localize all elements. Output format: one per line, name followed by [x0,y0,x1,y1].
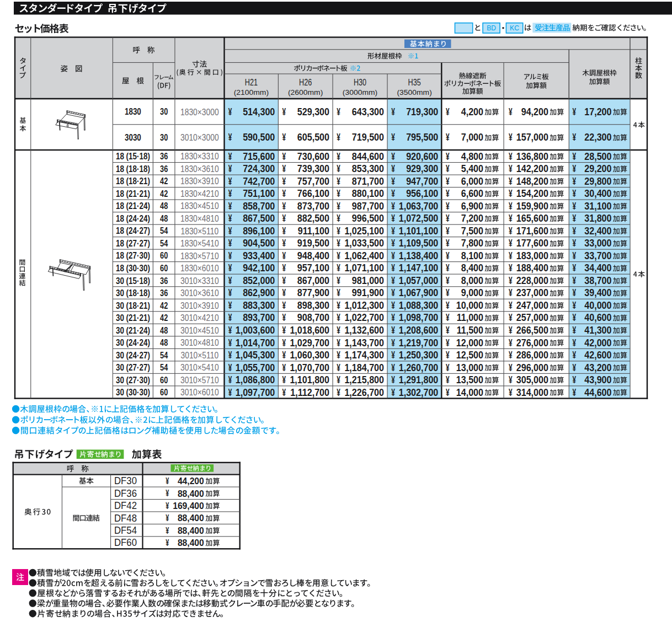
svg-text:(2600mm): (2600mm) [288,88,323,96]
svg-text:¥: ¥ [391,188,395,199]
svg-text:¥: ¥ [337,132,340,143]
svg-text:257,000: 257,000 [516,312,548,323]
svg-text:33,000: 33,000 [584,237,611,249]
svg-text:1830×3000: 1830×3000 [180,107,219,117]
svg-text:177,600: 177,600 [516,237,548,249]
svg-text:¥: ¥ [509,362,513,373]
svg-text:1,302,700: 1,302,700 [399,387,439,398]
svg-text:¥: ¥ [282,238,286,249]
svg-text:18 (30·30): 18 (30·30) [116,264,150,273]
svg-text:60: 60 [160,375,168,385]
svg-text:40,600: 40,600 [584,312,611,323]
svg-text:H26: H26 [299,78,312,88]
svg-text:¥: ¥ [391,213,395,224]
svg-text:858,700: 858,700 [243,200,275,212]
svg-text:991,900: 991,900 [352,287,384,298]
svg-text:1,143,700: 1,143,700 [344,337,384,348]
svg-text:¥: ¥ [391,175,395,186]
svg-text:908,700: 908,700 [297,312,329,323]
svg-text:40,000: 40,000 [584,299,611,311]
svg-text:¥: ¥ [337,362,340,373]
svg-text:44,200: 44,200 [178,476,204,486]
svg-text:88,400: 88,400 [178,513,204,523]
svg-text:¥: ¥ [337,106,340,117]
svg-text:¥: ¥ [391,299,395,310]
svg-text:¥: ¥ [446,175,450,186]
svg-text:¥: ¥ [391,324,395,335]
svg-text:1,098,700: 1,098,700 [399,312,439,323]
svg-text:933,400: 933,400 [243,250,275,261]
svg-text:1,291,800: 1,291,800 [399,374,439,385]
svg-text:KC: KC [510,23,519,32]
svg-text:904,500: 904,500 [243,237,275,249]
svg-text:305,000: 305,000 [516,374,548,385]
svg-text:¥: ¥ [446,299,450,310]
svg-text:¥: ¥ [572,299,576,310]
svg-text:3010×5110: 3010×5110 [181,350,219,360]
svg-text:¥: ¥ [509,225,513,236]
svg-text:957,100: 957,100 [297,262,329,274]
svg-text:¥: ¥ [446,387,450,398]
svg-text:36: 36 [160,152,168,162]
svg-text:514,300: 514,300 [243,106,275,117]
svg-text:12,000: 12,000 [456,337,483,348]
svg-text:11,500: 11,500 [457,324,483,336]
svg-text:¥: ¥ [509,349,513,360]
svg-text:4,800: 4,800 [461,151,483,162]
svg-text:6,000: 6,000 [461,175,483,187]
svg-text:¥: ¥ [509,175,513,186]
svg-text:1,184,700: 1,184,700 [344,362,384,373]
svg-text:¥: ¥ [228,387,232,398]
svg-text:54: 54 [160,239,168,249]
svg-text:1,086,800: 1,086,800 [236,374,275,385]
svg-text:896,100: 896,100 [243,225,275,237]
svg-text:1,063,700: 1,063,700 [399,200,439,212]
svg-text:¥: ¥ [337,225,340,236]
svg-text:¥: ¥ [572,337,576,348]
svg-text:¥: ¥ [166,538,169,548]
svg-text:1,055,700: 1,055,700 [236,362,275,373]
svg-text:¥: ¥ [446,349,450,360]
svg-text:¥: ¥ [572,275,576,286]
svg-text:¥: ¥ [337,200,340,211]
svg-text:1,132,600: 1,132,600 [344,324,384,336]
svg-text:18 (18·18): 18 (18·18) [116,164,150,174]
svg-text:¥: ¥ [282,250,286,261]
svg-text:18 (18·21): 18 (18·21) [116,176,150,186]
svg-text:1,067,900: 1,067,900 [399,287,439,298]
svg-text:30 (24·24): 30 (24·24) [116,338,150,347]
svg-text:852,000: 852,000 [243,275,275,286]
svg-text:1,226,700: 1,226,700 [344,387,384,398]
svg-text:18 (27·27): 18 (27·27) [116,239,150,248]
svg-text:1,014,700: 1,014,700 [236,337,275,348]
svg-text:742,700: 742,700 [243,175,275,187]
svg-text:¥: ¥ [337,213,340,224]
svg-text:766,100: 766,100 [297,187,329,199]
svg-text:795,500: 795,500 [406,131,438,143]
svg-text:18 (24·27): 18 (24·27) [116,226,150,235]
svg-text:¥: ¥ [282,374,286,385]
svg-text:1,070,700: 1,070,700 [290,362,329,373]
svg-text:48: 48 [160,338,168,348]
svg-text:¥: ¥ [166,501,169,511]
svg-text:3010×4510: 3010×4510 [180,325,219,335]
svg-text:54: 54 [160,226,168,236]
svg-text:48: 48 [160,325,168,335]
svg-text:¥: ¥ [228,175,232,186]
svg-text:1,060,300: 1,060,300 [290,349,329,361]
svg-text:30 (21·21): 30 (21·21) [116,313,150,323]
svg-text:¥: ¥ [446,262,450,274]
svg-text:¥: ¥ [228,200,232,211]
svg-text:883,300: 883,300 [243,299,275,311]
svg-text:48: 48 [160,214,168,224]
svg-text:¥: ¥ [446,163,450,174]
svg-text:H35: H35 [408,78,421,88]
svg-text:¥: ¥ [166,476,169,486]
svg-text:¥: ¥ [509,188,513,199]
svg-text:¥: ¥ [446,312,450,323]
svg-text:60: 60 [160,251,168,261]
svg-text:¥: ¥ [572,312,576,323]
svg-text:94,200: 94,200 [521,106,548,117]
svg-text:1,088,300: 1,088,300 [399,299,439,311]
svg-text:844,600: 844,600 [352,151,384,162]
